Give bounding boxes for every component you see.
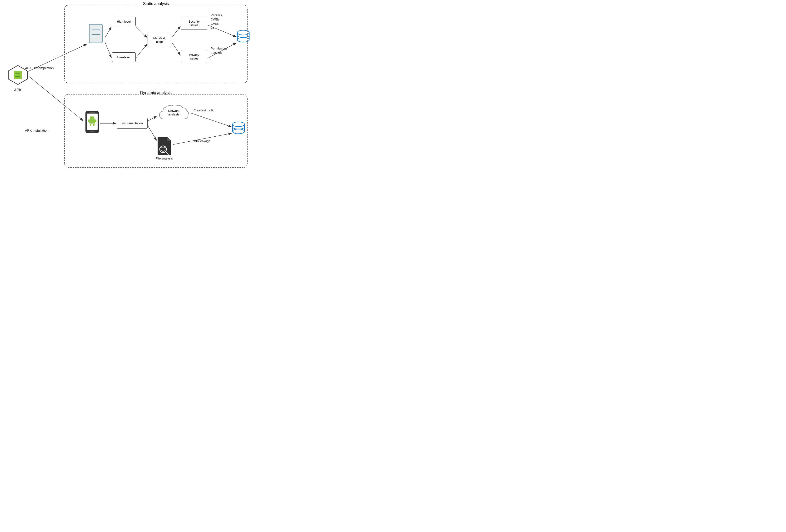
svg-rect-21 — [89, 24, 102, 43]
static-analysis-title: Static analysis — [64, 1, 248, 6]
svg-point-26 — [237, 30, 249, 35]
svg-point-35 — [90, 116, 94, 120]
svg-rect-40 — [88, 119, 89, 122]
database-icon-static — [237, 30, 250, 45]
svg-point-47 — [233, 122, 245, 126]
privacy-node: Privacy issues — [181, 50, 207, 63]
file-analysis-icon — [156, 137, 172, 156]
packers-label: Packers, CWEs, CVEs, etc. — [211, 13, 223, 30]
svg-point-29 — [237, 37, 249, 42]
svg-rect-42 — [90, 124, 91, 126]
instrumentation-node: Instrumentation — [117, 118, 147, 129]
document-icon — [88, 24, 105, 44]
svg-point-36 — [91, 118, 92, 118]
android-phone-icon — [85, 111, 100, 135]
file-analysis-label: File analysis — [154, 157, 175, 160]
info-leakage-label: Info leakage — [193, 139, 210, 143]
cleartext-traffic-label: Cleartext traffic — [193, 109, 214, 112]
apk-label: APK — [11, 88, 25, 92]
svg-rect-43 — [93, 124, 94, 126]
network-analysis-label: Network analysis — [157, 103, 190, 121]
apk-installation-label: APK Installation — [25, 129, 49, 132]
highlevel-node: High-level — [112, 17, 136, 26]
dynamic-analysis-title: Dynamic analysis — [64, 90, 248, 95]
lowlevel-node: Low-level — [112, 52, 136, 62]
apk-decompilation-label: APK Decompilation — [25, 66, 54, 70]
svg-rect-33 — [89, 112, 95, 113]
svg-point-37 — [93, 118, 94, 118]
svg-point-50 — [233, 129, 245, 134]
permissions-label: Permissions, trackers — [211, 46, 228, 55]
svg-rect-41 — [95, 119, 96, 122]
manifest-node: Manifest, code — [147, 33, 171, 47]
diagram: Static analysis Dynamic analysis APK APK… — [0, 0, 262, 177]
security-node: Security issues — [181, 17, 207, 30]
svg-rect-32 — [90, 131, 95, 132]
database-icon-dynamic — [232, 121, 245, 137]
